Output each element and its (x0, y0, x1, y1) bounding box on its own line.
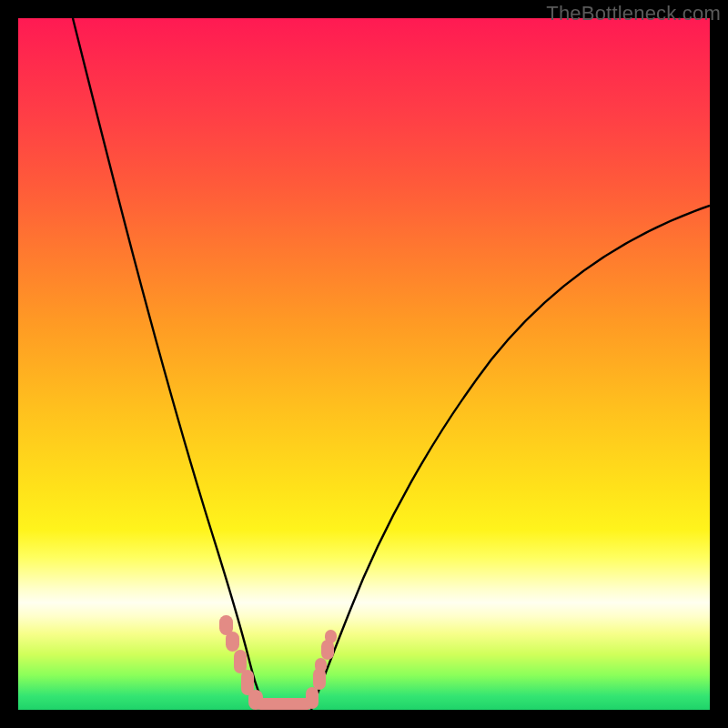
right-branch (311, 206, 710, 710)
chart-frame: TheBottleneck.com (0, 0, 728, 728)
plot-area (18, 18, 710, 710)
valley-floor (255, 698, 313, 710)
valley-marker-8 (315, 658, 327, 672)
watermark-text: TheBottleneck.com (546, 2, 721, 25)
left-branch (73, 18, 268, 710)
valley-marker-10 (325, 630, 337, 643)
bottleneck-curve (18, 18, 710, 710)
valley-marker-6 (306, 687, 318, 709)
valley-marker-2 (226, 632, 239, 652)
